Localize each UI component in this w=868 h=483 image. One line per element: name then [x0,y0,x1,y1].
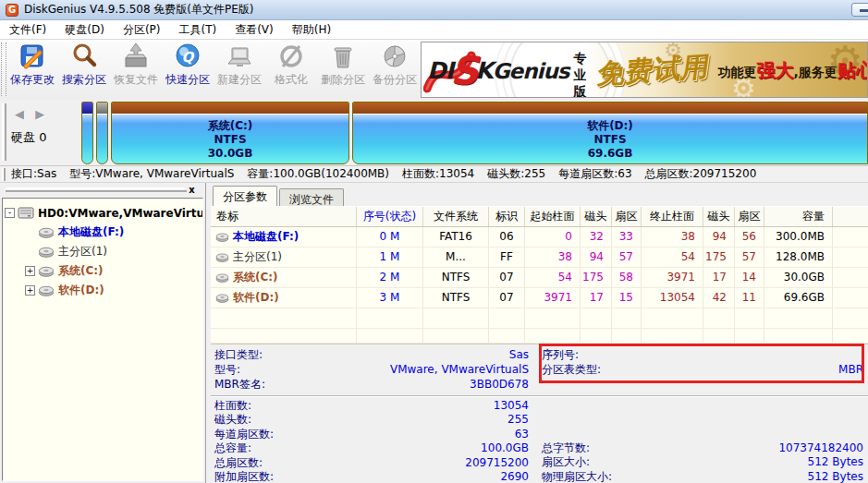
slogan-part-red: 贴心 [837,59,868,81]
cell-end-head: 42 [703,288,735,308]
volume-label: 主分区(1) [233,248,282,267]
tree-node-label: 系统(C:) [58,263,104,279]
search-partition-icon [69,42,99,71]
cylinders-value: 13054 [494,399,529,413]
menu-help[interactable]: 帮助(H) [283,20,340,40]
cell-volume: 本地磁盘(F:) [211,227,357,248]
status-strip-grip[interactable] [2,168,6,181]
menu-tools[interactable]: 工具(T) [169,20,226,40]
delete-partition-label: 删除分区 [321,72,365,88]
format-button[interactable]: 格式化 [265,40,317,97]
col-seq-status[interactable]: 序号(状态) [357,207,423,226]
interface-type-label: 接口类型: [214,348,263,363]
geometry-left: 柱面数:13054 磁头数:255 每道扇区数:63 总容量:100.0GB 总… [214,399,529,483]
cell-volume: 软件(D:) [211,288,357,308]
table-row-primary-1[interactable]: 主分区(1) 1 M M... FF 38 94 57 54 175 57 12… [211,248,868,268]
disk-icon [38,246,55,258]
cell-fs: FAT16 [423,227,489,248]
col-volume[interactable]: 卷标 [211,207,357,226]
cell-volume: 主分区(1) [211,248,357,268]
cell-capacity: 128.0MB [764,248,833,268]
col-start-cylinder[interactable]: 起始柱面 [525,207,581,226]
quick-partition-button[interactable]: Q 快速分区 [162,40,214,97]
minimize-button[interactable] [851,3,868,17]
disk-label: 硬盘 0 [11,129,46,146]
disk-detail-panel: 接口类型:Sas 型号:VMware, VMwareVirtualS MBR签名… [211,344,868,395]
promo-banner[interactable]: ⚙ ⚙ ⚙ DI S K Genius 专业版 免费试用 功能更强大,服务更贴心 [421,42,868,98]
partition-size: 30.0GB [112,147,348,161]
partition-text: 软件(D:) NTFS 69.6GB [353,115,867,161]
status-interface: 接口:Sas [11,166,56,182]
save-changes-button[interactable]: 保存更改 [6,40,58,97]
expand-icon[interactable]: + [25,285,35,296]
partition-block-system-c[interactable]: 系统(C:) NTFS 30.0GB [111,102,349,164]
slogan-part: ,服务更 [794,65,837,79]
close-icon[interactable]: x [186,185,198,197]
title-bar[interactable]: G DiskGenius V4.9.5.508 免费版(单文件PE版) [0,0,868,20]
table-row-local-disk-f[interactable]: 本地磁盘(F:) 0 M FAT16 06 0 32 33 38 94 56 3… [211,227,868,248]
col-filesystem[interactable]: 文件系统 [423,207,489,226]
partition-name: 软件(D:) [353,119,867,133]
status-total-sectors: 总扇区数:209715200 [645,166,757,182]
status-capacity: 容量:100.0GB(102400MB) [247,166,389,182]
table-row-software-d[interactable]: 软件(D:) 3 M NTFS 07 3971 17 15 13054 42 1… [211,288,868,308]
partition-block-primary-1[interactable] [96,102,108,164]
table-row-system-c[interactable]: 系统(C:) 2 M NTFS 07 54 175 58 3971 17 14 … [211,268,868,288]
menu-disk[interactable]: 硬盘(D) [55,20,114,40]
col-start-sector[interactable]: 扇区 [612,207,642,226]
right-pane: 分区参数 浏览文件 卷标 序号(状态) 文件系统 标识 起始柱面 磁头 扇区 终… [211,183,868,483]
search-partition-button[interactable]: 搜索分区 [58,40,110,97]
menu-file[interactable]: 文件(F) [0,20,55,40]
cylinders-label: 柱面数: [214,399,251,413]
partition-fs: NTFS [112,133,348,147]
cell-start-cyl: 3971 [525,288,581,308]
volume-label: 系统(C:) [233,268,278,287]
cell-end-sec: 11 [735,288,764,308]
recover-files-button[interactable]: 恢复文件 [110,40,162,97]
tree-node-local-disk-f[interactable]: 本地磁盘(F:) [5,223,201,242]
serial-number-label: 序列号: [542,348,579,363]
total-sectors-value: 209715200 [465,456,529,470]
disk-panel-grip[interactable] [2,103,6,161]
tree-node-primary-1[interactable]: 主分区(1) [5,242,201,261]
col-capacity[interactable]: 容量 [764,207,833,226]
tree-node-hd0[interactable]: - HD0:VMware,VMwareVirtualS [5,203,201,223]
col-end-head[interactable]: 磁头 [703,207,735,226]
tree-panel-grip[interactable] [6,187,187,192]
total-capacity-value: 100.0GB [481,441,529,455]
cell-end-sec: 14 [735,268,764,288]
tree-node-software-d[interactable]: + 软件(D:) [5,281,201,300]
next-disk-arrow-icon[interactable]: ▶ [35,107,48,121]
prev-disk-arrow-icon[interactable]: ◀ [15,107,28,121]
col-id[interactable]: 标识 [489,207,525,226]
cell-end-head: 17 [703,268,735,288]
col-end-cylinder[interactable]: 终止柱面 [642,207,703,226]
menu-partition[interactable]: 分区(P) [114,20,170,40]
disk-map-panel: ◀ ▶ 硬盘 0 系统(C:) NTFS 30.0GB 软件(D:) NTFS … [0,100,868,166]
cell-start-cyl: 0 [525,227,581,248]
backup-partition-button[interactable]: 备份分区 [369,40,421,97]
menu-view[interactable]: 查看(V) [226,20,283,40]
col-start-head[interactable]: 磁头 [581,207,612,226]
status-sectors-per-track: 每道扇区数:63 [558,166,631,182]
expand-icon[interactable]: + [25,266,35,276]
partition-block-local-disk-f[interactable] [81,102,93,164]
tree-node-system-c[interactable]: + 系统(C:) [5,261,201,281]
new-partition-icon [225,42,254,71]
disk-detail-left: 接口类型:Sas 型号:VMware, VMwareVirtualS MBR签名… [214,348,529,392]
new-partition-button[interactable]: 新建分区 [214,40,265,97]
delete-partition-button[interactable]: 删除分区 [317,40,369,97]
col-end-sector[interactable]: 扇区 [735,207,764,226]
table-row-empty [211,329,868,344]
tab-bar: 分区参数 浏览文件 [211,183,868,207]
col-filler [833,207,868,226]
total-capacity-label: 总容量: [214,441,251,455]
tree-node-label: 本地磁盘(F:) [58,224,124,240]
tab-partition-parameters[interactable]: 分区参数 [213,186,277,206]
collapse-icon[interactable]: - [5,208,15,218]
partition-block-software-d[interactable]: 软件(D:) NTFS 69.6GB [352,102,868,164]
tab-browse-files[interactable]: 浏览文件 [279,188,344,206]
cell-start-cyl: 38 [525,248,581,268]
cell-start-sec: 33 [612,227,642,248]
physical-sector-size-label: 物理扇区大小: [542,470,612,483]
